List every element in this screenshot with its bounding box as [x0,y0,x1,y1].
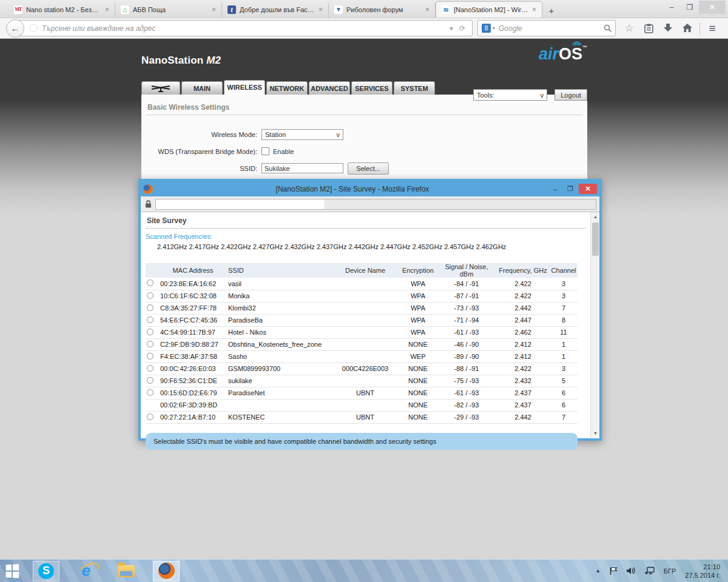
url-bar[interactable]: Търсене или въвеждане на адрес ▾ ⟳ [15,20,473,36]
logout-button[interactable]: Logout [554,89,587,101]
downloads-icon[interactable] [658,20,678,37]
ssid-select-button[interactable]: Select... [348,162,389,175]
start-button[interactable] [0,560,24,582]
ssid-radio-button[interactable] [147,389,153,396]
airos-tab-system[interactable]: SYSTEM [394,81,435,95]
ssid-radio-button[interactable] [147,304,153,311]
wireless-mode-select[interactable]: Stationv [261,129,343,140]
skype-icon: S [38,563,54,579]
minimize-button[interactable]: – [662,1,681,14]
popup-close-button[interactable]: ✕ [579,184,597,194]
tab-close-icon[interactable]: × [425,5,430,14]
reload-icon[interactable]: ⟳ [456,24,468,33]
volume-icon[interactable] [627,567,636,575]
popup-url-field[interactable] [155,199,596,210]
scanned-frequencies-label: Scanned Frequencies: [146,233,586,240]
ch-cell: 1 [550,338,578,350]
device-cell [331,326,399,338]
ssid-radio-button[interactable] [147,292,153,299]
magnifier-icon[interactable] [604,24,612,32]
close-button[interactable]: ✕ [699,1,726,14]
device-cell: UBNT [331,411,399,423]
airos-tab-network[interactable]: NETWORK [266,81,308,95]
ubiquiti-logo-tab[interactable] [141,81,180,95]
ssid-cell: ParadiseNet [227,387,331,399]
taskbar-firefox-button[interactable] [153,561,180,581]
browser-tab[interactable]: ⌂АБВ Поща× [115,1,222,18]
tab-title: Риболовен форум [346,6,422,13]
enc-cell: NONE [399,338,437,350]
scroll-down-icon[interactable]: ▼ [591,429,600,438]
network-icon[interactable] [645,567,655,575]
tab-close-icon[interactable]: × [212,5,216,14]
scroll-up-icon[interactable]: ▲ [591,212,600,221]
tab-close-icon[interactable]: × [532,5,536,14]
search-engine-chevron-icon[interactable]: ▾ [493,25,495,31]
wds-enable-checkbox[interactable] [261,147,269,155]
mac-cell: 00:27:22:1A:B7:10 [159,411,227,423]
taskbar-explorer-button[interactable] [113,561,140,581]
enc-cell: WPA [399,278,437,290]
action-center-flag-icon[interactable] [610,567,618,575]
restore-button[interactable]: ❐ [681,1,699,14]
table-header-row: MAC AddressSSIDDevice NameEncryptionSign… [146,263,578,278]
tab-title: [NanoStation M2] - Wireless [454,6,528,13]
ssid-cell: Monika [227,290,331,302]
bookmark-star-icon[interactable]: ☆ [619,20,639,37]
bookmarks-menu-icon[interactable] [639,20,658,37]
tab-title: Добре дошли във Facebo... [240,6,315,13]
device-cell: UBNT [331,387,399,399]
device-cell [331,350,399,363]
popup-minimize-button[interactable]: – [548,184,562,194]
ssid-radio-button[interactable] [147,365,153,372]
device-cell [331,338,399,350]
browser-tab[interactable]: MTNano station M2 - Безжич...× [8,1,115,18]
signal-cell: -82 / -93 [437,399,496,411]
select-chevron-icon: v [337,131,340,138]
mac-cell: 4C:54:99:11:7B:97 [159,326,227,338]
ssid-radio-button[interactable] [147,279,153,286]
airos-tab-services[interactable]: SERVICES [351,81,393,95]
column-header: Frequency, GHz [496,263,550,278]
popup-title-bar[interactable]: [NanoStation M2] - Site Survey - Mozilla… [141,181,599,196]
search-bar[interactable]: 8 ▾ Google [477,20,616,36]
browser-tab[interactable]: ≋[NanoStation M2] - Wireless× [436,1,542,18]
airos-tab-advanced[interactable]: ADVANCED [309,81,350,95]
browser-tab[interactable]: fДобре дошли във Facebo...× [222,1,329,18]
table-row: F4:EC:38:AF:37:58SashoWEP-89 / -902.4121 [146,350,578,363]
airos-tab-wireless[interactable]: WIRELESS [224,80,265,95]
tray-chevron-icon[interactable]: ▲ [596,568,601,574]
ssid-radio-button[interactable] [147,353,153,360]
new-tab-button[interactable]: + [542,3,561,18]
signal-cell: -29 / -93 [437,411,496,423]
column-header: Encryption [399,263,437,278]
airos-tab-main[interactable]: MAIN [181,81,223,95]
popup-scrollbar[interactable]: ▲ ▼ [590,212,599,438]
mt-icon: MT [14,5,22,14]
taskbar-ie-button[interactable]: e [73,561,99,581]
scrollbar-thumb[interactable] [592,222,599,256]
home-icon[interactable] [678,20,697,37]
tab-close-icon[interactable]: × [318,5,323,14]
back-button[interactable]: ← [6,19,24,38]
browser-nav-bar: ← Търсене или въвеждане на адрес ▾ ⟳ 8 ▾… [0,18,728,39]
tools-select[interactable]: Tools:v [473,89,547,101]
clock[interactable]: 21:10 27.5.2014 г. [685,563,720,580]
wds-enable-label: Enable [273,148,294,155]
browser-tab[interactable]: ▼Риболовен форум× [329,1,436,18]
popup-restore-button[interactable]: ❐ [564,184,577,194]
language-indicator[interactable]: БГР [664,567,676,575]
ssid-input[interactable]: Sukilake [261,163,343,173]
tab-close-icon[interactable]: × [105,5,109,14]
ssid-radio-button[interactable] [147,316,153,323]
url-dropdown-icon[interactable]: ▾ [447,24,456,33]
menu-hamburger-icon[interactable]: ≡ [703,20,722,37]
ssid-radio-button[interactable] [147,377,153,384]
ssid-radio-button[interactable] [147,341,153,347]
airos-logo: airOS™ [539,45,587,64]
ssid-radio-button[interactable] [147,413,153,420]
wireless-mode-label: Wireless Mode: [146,131,261,138]
taskbar-skype-button[interactable]: S [33,561,59,581]
signal-cell: -89 / -90 [437,350,496,363]
ssid-radio-button[interactable] [147,329,153,335]
